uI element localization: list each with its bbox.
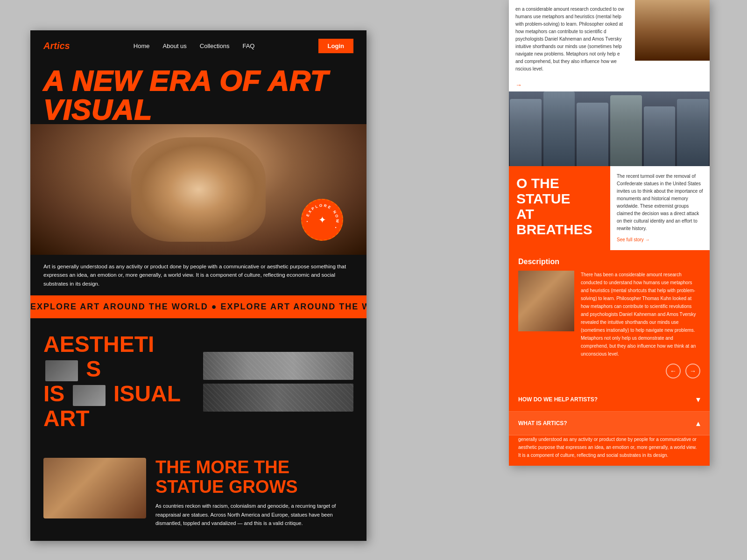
faq-item-2[interactable]: WHAT IS ARTICS? ▴ (509, 412, 710, 435)
faq-toggle-icon-1: ▾ (696, 394, 700, 405)
aesthetics-line2: IS ISUAL ART (43, 382, 194, 431)
hero-title: A NEW ERA OF ART VISUAL (30, 62, 366, 124)
marquee-text: EXPLORE ART AROUND THE WORLD ● EXPLORE A… (30, 302, 366, 312)
explore-now-badge[interactable]: • EXPLORE NOW • EXPLORE NOW • ✦ (301, 199, 343, 241)
faq-answer-2: generally understood as any activity or … (509, 435, 710, 466)
faq-item-1[interactable]: HOW DO WE HELP ARTISTS? ▾ (509, 388, 710, 412)
aesthetics-img-top (203, 352, 353, 380)
nav-about[interactable]: About us (163, 42, 187, 49)
description-title: Description (518, 258, 700, 266)
statue-title-line2: AT BREATHES (516, 206, 603, 237)
aesthetics-section: AESTHETI S IS ISUAL ART (30, 318, 366, 445)
inline-image-1 (45, 360, 78, 381)
faq-section: HOW DO WE HELP ARTISTS? ▾ WHAT IS ARTICS… (509, 388, 710, 466)
aesthetics-img-bottom (203, 384, 353, 412)
statues-row-image (509, 91, 710, 166)
aesthetics-line1: AESTHETI S (43, 332, 194, 382)
top-article-content: en a considerable amount research conduc… (509, 0, 635, 91)
aesthetics-title: AESTHETI S IS ISUAL ART (43, 332, 194, 431)
login-button[interactable]: Login (318, 39, 353, 53)
nav-links: Home About us Collections FAQ (134, 42, 255, 49)
navbar: Artics Home About us Collections FAQ Log… (30, 30, 366, 62)
nav-home[interactable]: Home (134, 42, 150, 49)
bottom-title-line1: THE MORE THE (155, 458, 353, 477)
nav-faq[interactable]: FAQ (242, 42, 254, 49)
description-next-button[interactable]: → (685, 364, 700, 378)
statue-article-title: O THE STATUE AT BREATHES (509, 166, 610, 250)
statue-article-text: The recent turmoil over the removal of C… (610, 166, 710, 250)
top-article: en a considerable amount research conduc… (509, 0, 710, 91)
faq-toggle-icon-2: ▴ (696, 418, 700, 428)
description-navigation: ← → (518, 364, 700, 378)
bottom-statue-image (43, 458, 146, 518)
marquee-banner: EXPLORE ART AROUND THE WORLD ● EXPLORE A… (30, 295, 366, 318)
main-website-card: Artics Home About us Collections FAQ Log… (30, 30, 366, 541)
faq-question-1: HOW DO WE HELP ARTISTS? (518, 396, 598, 403)
bottom-section: THE MORE THE STATUE GROWS As countries r… (30, 445, 366, 541)
badge-star-icon: ✦ (318, 214, 326, 225)
bottom-title-line2: STATUE GROWS (155, 477, 353, 497)
description-content: There has been a considerable amount res… (518, 271, 700, 358)
aesthetics-images (203, 352, 353, 412)
brand-logo: Artics (43, 41, 70, 51)
right-panel: en a considerable amount research conduc… (509, 0, 710, 466)
art-description: Art is generally understood as any activ… (30, 255, 366, 295)
description-text: There has been a considerable amount res… (581, 271, 700, 358)
see-full-story[interactable]: See full story → (617, 236, 703, 244)
inline-image-2 (73, 385, 106, 406)
top-article-text: en a considerable amount research conduc… (509, 0, 635, 78)
statue-article: O THE STATUE AT BREATHES The recent turm… (509, 166, 710, 250)
description-card: Description There has been a considerabl… (509, 250, 710, 388)
bottom-title: THE MORE THE STATUE GROWS (155, 458, 353, 497)
top-article-image (635, 0, 710, 61)
article-arrow[interactable]: → (509, 78, 635, 91)
faq-question-2: WHAT IS ARTICS? (518, 420, 567, 427)
bottom-text-area: THE MORE THE STATUE GROWS As countries r… (155, 458, 353, 528)
description-image (518, 271, 574, 331)
statue-title-line1: O THE STATUE (516, 175, 603, 206)
bottom-description: As countries reckon with racism, colonia… (155, 502, 353, 528)
nav-collections[interactable]: Collections (200, 42, 230, 49)
faq-item-2-wrapper: WHAT IS ARTICS? ▴ generally understood a… (509, 412, 710, 466)
description-prev-button[interactable]: ← (666, 364, 681, 378)
hero-image: • EXPLORE NOW • EXPLORE NOW • ✦ (30, 124, 366, 255)
